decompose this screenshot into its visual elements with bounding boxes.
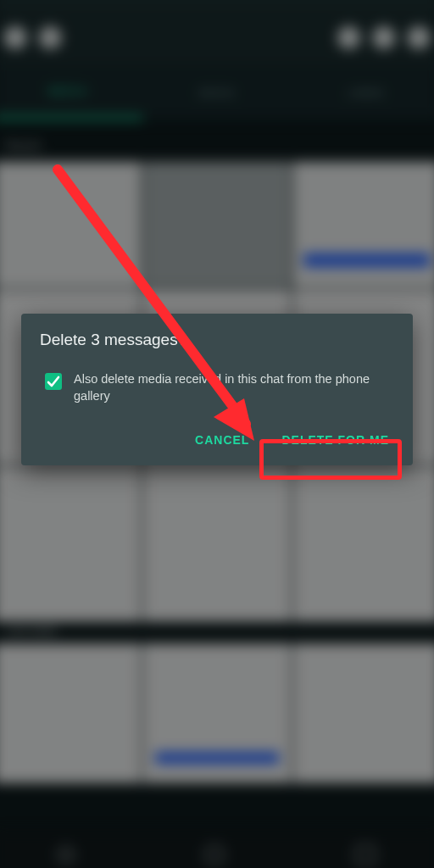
checkbox-checked-icon[interactable] xyxy=(45,373,62,390)
delete-for-me-button[interactable]: DELETE FOR ME xyxy=(276,425,394,455)
checkbox-label: Also delete media received in this chat … xyxy=(74,371,394,404)
dialog-actions: CANCEL DELETE FOR ME xyxy=(40,421,394,455)
delete-dialog: Delete 3 messages? Also delete media rec… xyxy=(21,314,413,465)
dialog-title: Delete 3 messages? xyxy=(40,331,394,349)
delete-media-checkbox-row[interactable]: Also delete media received in this chat … xyxy=(40,371,394,404)
cancel-button[interactable]: CANCEL xyxy=(190,425,254,455)
